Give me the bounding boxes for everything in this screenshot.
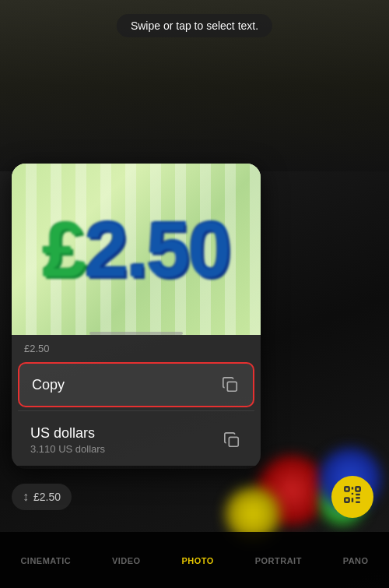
- nav-label-pano: PANO: [343, 556, 369, 565]
- menu-divider: [18, 410, 254, 411]
- copy-menu-item[interactable]: Copy: [18, 362, 254, 407]
- nav-label-portrait: PORTRAIT: [255, 556, 302, 565]
- svg-rect-1: [229, 437, 238, 446]
- scan-icon: [342, 484, 363, 509]
- nav-label-video: VIDEO: [112, 556, 141, 565]
- price-label: £2.50: [12, 335, 261, 359]
- nav-item-cinematic[interactable]: CINEMATIC: [14, 532, 77, 588]
- tooltip-text: Swipe or tap to select text.: [131, 19, 258, 32]
- usdollars-menu-item[interactable]: US dollars 3.110 US dollars: [18, 414, 254, 466]
- bottom-nav: CINEMATIC VIDEO PHOTO PORTRAIT PANO: [0, 532, 389, 588]
- card-menu: £2.50 Copy US dollars 3.110 US dollars: [12, 335, 261, 466]
- nav-item-photo[interactable]: PHOTO: [175, 532, 219, 588]
- tooltip-bar: Swipe or tap to select text.: [117, 14, 272, 37]
- price-display: £2.50: [43, 205, 230, 294]
- svg-rect-0: [227, 382, 237, 391]
- nav-item-pano[interactable]: PANO: [337, 532, 375, 588]
- price-sign: £2.50: [12, 164, 261, 335]
- scroll-indicator: [89, 332, 183, 335]
- usdollars-label: US dollars: [30, 425, 105, 442]
- convert-icon: ↕: [23, 490, 29, 504]
- pill-label: £2.50: [33, 491, 61, 503]
- nav-label-photo: PHOTO: [181, 556, 213, 565]
- nav-item-portrait[interactable]: PORTRAIT: [249, 532, 308, 588]
- card-image[interactable]: £2.50: [12, 164, 261, 335]
- scan-button[interactable]: [331, 476, 373, 518]
- nav-label-cinematic: CINEMATIC: [20, 556, 71, 565]
- copy-label: Copy: [32, 377, 65, 393]
- main-card: £2.50 £2.50 Copy US dollars 3.110 US dol…: [12, 164, 261, 469]
- svg-rect-4: [345, 498, 349, 502]
- convert-pill[interactable]: ↕ £2.50: [12, 484, 72, 510]
- copy-icon: [220, 375, 240, 395]
- svg-rect-3: [356, 487, 359, 491]
- svg-rect-2: [345, 487, 349, 491]
- usdollars-icon: [222, 430, 242, 450]
- nav-item-video[interactable]: VIDEO: [106, 532, 147, 588]
- usdollars-sub: 3.110 US dollars: [30, 443, 105, 455]
